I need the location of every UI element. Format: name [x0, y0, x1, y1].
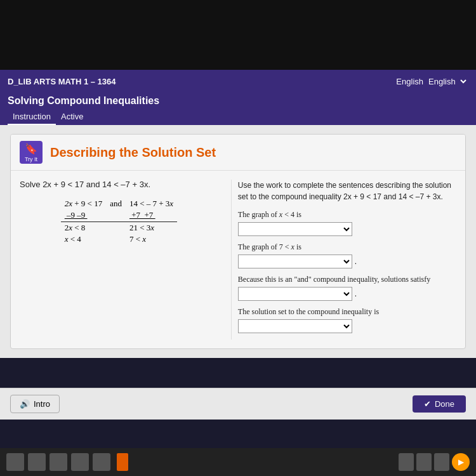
nav-tabs: Instruction Active: [0, 107, 476, 125]
question-1-label: The graph of x < 4 is: [238, 210, 456, 220]
taskbar-btn-4[interactable]: [71, 453, 89, 471]
right-step1: +7 +7: [126, 209, 177, 222]
card-body: Solve 2x + 9 < 17 and 14 < –7 + 3x. 2x +…: [11, 171, 465, 348]
taskbar-play-button[interactable]: ▶: [452, 453, 470, 471]
right-column: Use the work to complete the sentences d…: [231, 180, 456, 340]
lesson-card: 🔖 Try It Describing the Solution Set Sol…: [10, 134, 466, 349]
card-header: 🔖 Try It Describing the Solution Set: [11, 135, 465, 171]
card-title: Describing the Solution Set: [50, 145, 216, 160]
q1-inline: a ray going left from 4 a ray going righ…: [238, 222, 456, 236]
question-4-group: The solution set to the compound inequal…: [238, 307, 456, 333]
instructions-text: Use the work to complete the sentences d…: [238, 180, 456, 202]
taskbar-btn-5[interactable]: [93, 453, 110, 471]
q1-dropdown[interactable]: a ray going left from 4 a ray going righ…: [238, 222, 352, 236]
intro-button[interactable]: 🔊 Intro: [10, 395, 60, 413]
q2-dropdown[interactable]: a ray going right from 7 a ray going lef…: [238, 255, 352, 268]
left-step1: –9 –9: [61, 209, 106, 222]
right-step3: 7 < x: [126, 234, 177, 245]
taskbar-pill-1[interactable]: [399, 453, 414, 471]
taskbar-right: ▶: [399, 453, 470, 471]
speaker-icon: 🔊: [20, 399, 30, 409]
tab-active[interactable]: Active: [56, 109, 88, 125]
left-header: 2x + 9 < 17: [61, 198, 106, 209]
done-button[interactable]: ✔ Done: [413, 395, 466, 413]
problem-statement: Solve 2x + 9 < 17 and 14 < –7 + 3x.: [20, 180, 218, 189]
done-label: Done: [435, 399, 454, 409]
q4-inline: 7 < x < 4 x < 4 or x > 7 no solution: [238, 319, 456, 333]
taskbar-pill-2[interactable]: [416, 453, 432, 471]
try-it-icon: 🔖 Try It: [20, 141, 43, 164]
q3-period: .: [355, 289, 357, 298]
math-work-table: 2x + 9 < 17 and 14 < – 7 + 3x –9 –9 +7 +…: [61, 198, 177, 245]
right-step2: 21 < 3x: [126, 222, 177, 234]
question-3-group: Because this is an "and" compound inequa…: [238, 275, 456, 301]
right-header: 14 < – 7 + 3x: [126, 198, 177, 209]
q2-period: .: [355, 257, 357, 266]
taskbar: ▶: [0, 448, 476, 476]
left-step2: 2x < 8: [61, 222, 106, 234]
question-3-label: Because this is an "and" compound inequa…: [238, 275, 456, 284]
intro-label: Intro: [34, 399, 50, 409]
and-label: and: [106, 198, 126, 209]
page-title: Solving Compound Inequalities: [8, 95, 468, 107]
sub-header: Solving Compound Inequalities: [0, 93, 476, 107]
content-wrapper: D_LIB ARTS MATH 1 – 1364 English English…: [0, 70, 476, 448]
q4-dropdown[interactable]: 7 < x < 4 x < 4 or x > 7 no solution: [238, 319, 352, 333]
tab-instruction[interactable]: Instruction: [8, 109, 56, 125]
app-title: D_LIB ARTS MATH 1 – 1364: [8, 77, 116, 86]
taskbar-btn-3[interactable]: [50, 453, 67, 471]
q3-dropdown[interactable]: both inequalities either inequality: [238, 287, 352, 301]
q2-inline: a ray going right from 7 a ray going lef…: [238, 255, 456, 268]
taskbar-btn-2[interactable]: [28, 453, 46, 471]
language-selector[interactable]: English English Spanish: [396, 76, 468, 87]
header-right: English English Spanish: [396, 76, 468, 87]
language-label: English: [396, 77, 423, 86]
taskbar-btn-1[interactable]: [6, 453, 24, 471]
taskbar-progress: [117, 453, 128, 471]
left-step3: x < 4: [61, 234, 106, 245]
question-2-group: The graph of 7 < x is a ray going right …: [238, 242, 456, 268]
main-content: 🔖 Try It Describing the Solution Set Sol…: [0, 125, 476, 358]
header-bar: D_LIB ARTS MATH 1 – 1364 English English…: [0, 70, 476, 93]
language-dropdown[interactable]: English Spanish: [426, 76, 468, 87]
question-4-label: The solution set to the compound inequal…: [238, 307, 456, 317]
question-1-group: The graph of x < 4 is a ray going left f…: [238, 210, 456, 236]
question-2-label: The graph of 7 < x is: [238, 242, 456, 252]
top-black-area: [0, 0, 476, 70]
taskbar-pill-3[interactable]: [434, 453, 449, 471]
left-column: Solve 2x + 9 < 17 and 14 < –7 + 3x. 2x +…: [20, 180, 231, 340]
checkmark-icon: ✔: [424, 399, 431, 409]
q3-inline: both inequalities either inequality .: [238, 287, 456, 301]
bottom-bar: 🔊 Intro ✔ Done: [0, 388, 476, 420]
